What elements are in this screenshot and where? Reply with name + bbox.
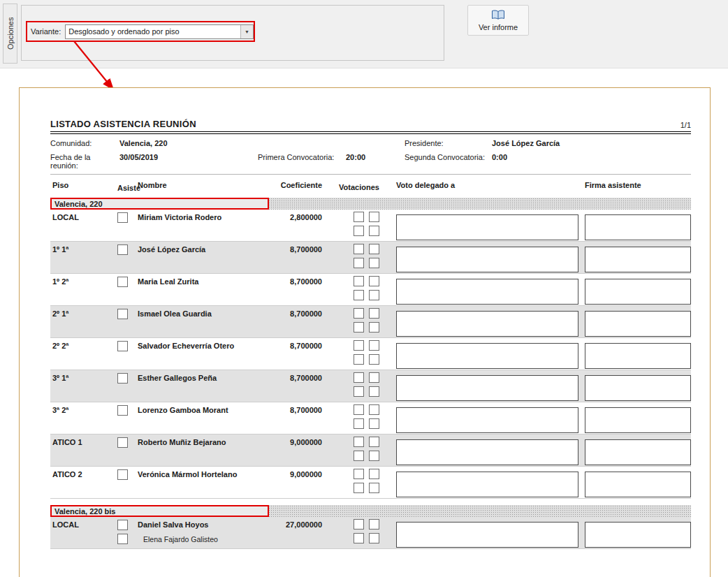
vote-checkbox — [354, 437, 364, 447]
vote-checkbox — [369, 533, 379, 543]
vote-checkbox — [369, 258, 379, 268]
table-header: Piso Asiste Nombre Coeficiente Votacione… — [50, 175, 691, 198]
ver-informe-button[interactable]: Ver informe — [467, 5, 529, 36]
presidente-value: José López García — [492, 139, 691, 147]
coeficiente-cell: 8,700000 — [274, 274, 322, 305]
piso-cell: ATICO 2 — [50, 467, 103, 498]
asiste-cell — [103, 434, 138, 466]
votaciones-cell — [335, 242, 384, 273]
owner-name: Maria Leal Zurita — [138, 277, 274, 286]
vote-checkbox — [354, 469, 364, 479]
nombre-cell: Salvador Echeverría Otero — [138, 338, 274, 370]
voto-delegado-cell — [396, 370, 578, 402]
vote-checkbox — [369, 212, 379, 222]
voto-delegado-field — [396, 407, 578, 433]
nombre-cell: Verónica Mármol Hortelano — [138, 467, 274, 498]
asiste-checkbox — [117, 373, 128, 384]
group-band: Valencia, 220 — [50, 198, 691, 210]
piso-cell: 1º 1ª — [50, 242, 103, 273]
asiste-checkbox — [117, 309, 128, 319]
piso-cell: 1º 2ª — [50, 274, 103, 305]
piso-cell: 3º 1ª — [50, 370, 103, 402]
comunidad-value: Valencia, 220 — [119, 139, 258, 147]
firma-cell — [585, 242, 691, 273]
owner-row: 2º 2ªSalvador Echeverría Otero8,700000 — [50, 338, 691, 370]
owner-row: 2º 1ªIsmael Olea Guardia8,700000 — [50, 306, 691, 338]
vote-checkbox — [369, 451, 379, 461]
vote-checkbox — [354, 322, 364, 333]
vote-checkbox — [354, 404, 364, 415]
voto-delegado-cell — [396, 338, 578, 370]
application-window: Opciones Variante: Desglosado y ordenado… — [0, 0, 728, 577]
page-number: 1/1 — [680, 121, 691, 129]
vote-checkbox — [354, 258, 364, 268]
chevron-down-icon[interactable]: ▼ — [240, 25, 253, 38]
voto-delegado-field — [396, 375, 578, 401]
firma-field — [585, 343, 691, 369]
voto-delegado-field — [396, 472, 578, 497]
voto-delegado-cell — [396, 517, 578, 548]
variant-dropdown[interactable]: Desglosado y ordenado por piso ▼ — [65, 24, 254, 39]
nombre-cell: Roberto Muñiz Bejarano — [138, 434, 274, 466]
owner-row: 1º 2ªMaria Leal Zurita8,700000 — [50, 274, 691, 306]
coeficiente-cell: 8,700000 — [274, 402, 322, 434]
vote-checkbox — [354, 340, 364, 351]
vote-checkbox — [369, 354, 379, 365]
vote-checkbox — [369, 372, 379, 383]
asiste-checkbox — [117, 341, 128, 351]
column-header-votaciones: Votaciones — [335, 181, 384, 193]
vote-checkbox — [354, 519, 364, 529]
votaciones-cell — [335, 402, 384, 434]
votaciones-cell — [335, 274, 384, 305]
asiste-checkbox — [117, 405, 128, 416]
vote-checkbox — [369, 340, 379, 351]
owner-name: Ismael Olea Guardia — [138, 309, 274, 318]
firma-field — [585, 279, 691, 305]
votaciones-cell — [335, 434, 384, 466]
nombre-cell: José López García — [138, 242, 274, 273]
nombre-cell: Maria Leal Zurita — [138, 274, 274, 305]
vote-checkbox — [369, 290, 379, 300]
title-divider — [50, 131, 691, 134]
options-collapsed-panel-tab[interactable]: Opciones — [3, 3, 17, 64]
firma-field — [585, 311, 691, 337]
firma-cell — [585, 434, 691, 466]
firma-cell — [585, 306, 691, 337]
vote-checkbox — [369, 469, 379, 479]
vote-checkbox — [369, 276, 379, 286]
report-page: LISTADO ASISTENCIA REUNIÓN 1/1 Comunidad… — [19, 87, 711, 577]
asiste-checkbox — [117, 469, 128, 480]
vote-checkbox — [354, 354, 364, 365]
group-annotation-box: Valencia, 220 bis — [50, 505, 269, 517]
firma-cell — [585, 402, 691, 434]
vote-checkbox — [354, 212, 364, 222]
vote-checkbox — [369, 308, 379, 319]
asiste-checkbox — [117, 212, 128, 223]
owner-row: LOCALMiriam Victoria Rodero2,800000 — [50, 210, 691, 242]
nombre-cell: Ismael Olea Guardia — [138, 306, 274, 337]
vote-checkbox — [354, 308, 364, 319]
piso-cell: 3ª 2ª — [50, 402, 103, 434]
asiste-checkbox — [117, 520, 128, 530]
firma-field — [585, 439, 691, 465]
fecha-value: 30/05/2019 — [119, 153, 258, 170]
vote-checkbox — [354, 451, 364, 461]
voto-delegado-field — [396, 279, 578, 305]
asiste-cell — [103, 467, 138, 498]
asiste-cell — [103, 402, 138, 434]
asiste-cell — [103, 517, 138, 548]
votaciones-cell — [335, 370, 384, 402]
nombre-cell: Esther Gallegos Peña — [138, 370, 274, 402]
ver-informe-label: Ver informe — [479, 23, 518, 31]
group-title: Valencia, 220 bis — [54, 507, 115, 516]
firma-cell — [585, 467, 691, 498]
voto-delegado-cell — [396, 274, 578, 305]
owner-name: Esther Gallegos Peña — [138, 374, 274, 382]
voto-delegado-field — [396, 311, 578, 337]
owner-name: Roberto Muñiz Bejarano — [138, 438, 274, 446]
group-band: Valencia, 220 bis — [50, 505, 691, 517]
vote-checkbox — [354, 276, 364, 286]
voto-delegado-cell — [396, 306, 578, 337]
asiste-cell — [103, 274, 138, 305]
vote-checkbox — [369, 483, 379, 493]
